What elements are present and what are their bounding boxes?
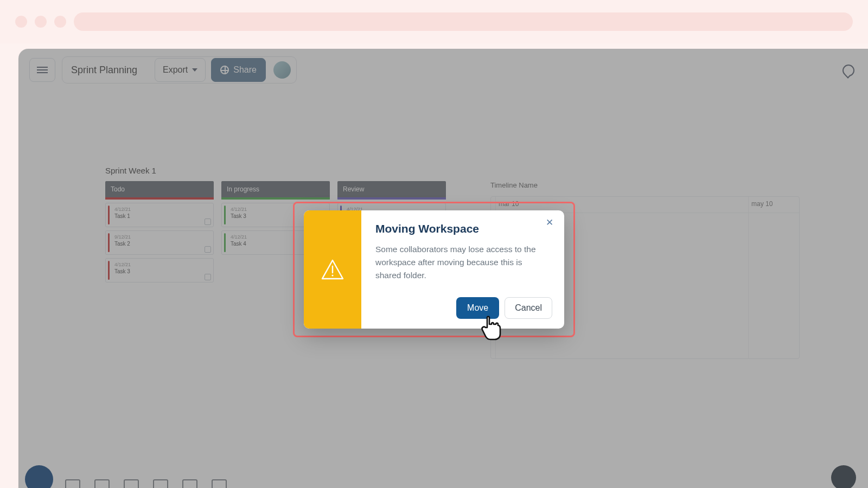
dialog-body-text: Some collaborators may lose access to th… — [375, 243, 550, 282]
window-dot — [54, 16, 66, 28]
cursor-pointer-icon — [478, 312, 505, 341]
dialog-title: Moving Workspace — [375, 222, 550, 235]
window-dot — [35, 16, 47, 28]
url-bar[interactable] — [74, 12, 853, 31]
cancel-button[interactable]: Cancel — [505, 297, 552, 319]
move-workspace-dialog: ✕ Moving Workspace Some collaborators ma… — [304, 210, 564, 329]
modal-highlight: ✕ Moving Workspace Some collaborators ma… — [293, 202, 575, 337]
svg-point-1 — [331, 274, 333, 276]
dialog-icon-panel — [304, 210, 361, 329]
window-dot — [15, 16, 27, 28]
warning-triangle-icon — [321, 259, 344, 280]
browser-chrome — [0, 0, 868, 43]
dialog-close-button[interactable]: ✕ — [545, 218, 554, 228]
